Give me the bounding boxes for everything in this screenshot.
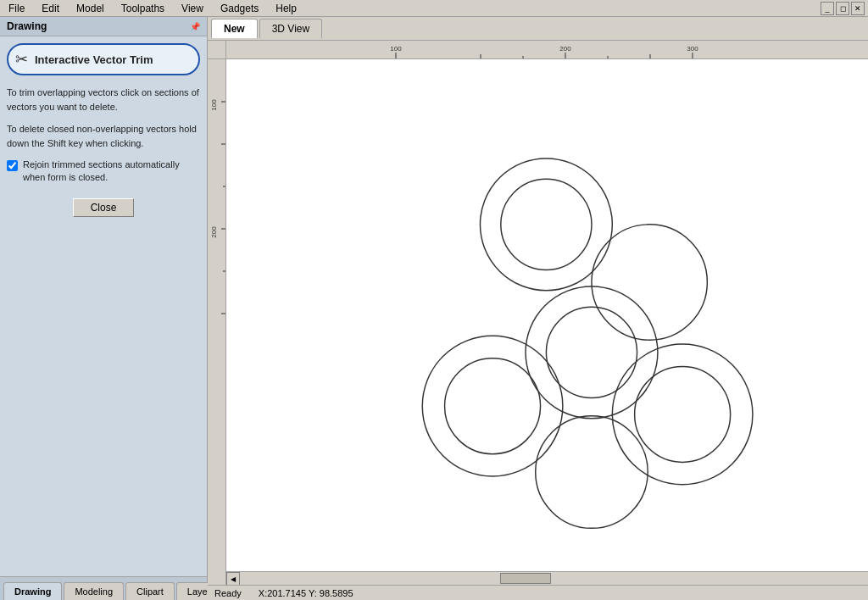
panel-content: ✂ Interactive Vector Trim To trim overla…	[0, 36, 207, 576]
window-controls: _ ◻ ✕	[821, 2, 865, 15]
panel-title: Drawing	[7, 20, 47, 32]
svg-point-21	[526, 286, 658, 419]
checkbox-label: Rejoin trimmed sections automatically wh…	[23, 158, 200, 185]
left-panel: Drawing 📌 ✂ Interactive Vector Trim To t…	[0, 17, 208, 600]
h-ruler-svg: 200 100 300	[226, 41, 868, 59]
svg-point-19	[501, 179, 592, 269]
svg-point-27	[536, 416, 648, 528]
menu-gadgets[interactable]: Gadgets	[215, 2, 264, 15]
h-ruler: 200 100 300	[226, 41, 868, 59]
h-scrollbar-row: ◀ ▶	[226, 571, 868, 585]
checkbox-row: Rejoin trimmed sections automatically wh…	[7, 158, 200, 185]
svg-point-24	[445, 358, 541, 454]
svg-text:200: 200	[559, 45, 571, 53]
tab-clipart[interactable]: Clipart	[125, 582, 175, 600]
restore-button[interactable]: ◻	[836, 2, 849, 15]
scroll-left-button[interactable]: ◀	[226, 572, 240, 585]
menu-view[interactable]: View	[176, 2, 209, 15]
description-text-2: To delete closed non-overlapping vectors…	[7, 122, 200, 150]
svg-text:200: 200	[210, 226, 218, 238]
tab-modeling[interactable]: Modeling	[64, 582, 124, 600]
menu-bar: File Edit Model Toolpaths View Gadgets H…	[0, 0, 868, 17]
status-text: Ready	[214, 588, 242, 598]
panel-header: Drawing 📌	[0, 17, 207, 36]
status-bar: Ready X:201.7145 Y: 98.5895	[208, 585, 868, 600]
coordinates-text: X:201.7145 Y: 98.5895	[259, 588, 353, 598]
close-window-button[interactable]: ✕	[851, 2, 865, 15]
svg-point-26	[635, 366, 731, 462]
scissors-icon: ✂	[15, 50, 28, 69]
svg-point-20	[592, 225, 707, 340]
tab-new[interactable]: New	[211, 19, 258, 38]
canvas-viewport[interactable]	[226, 59, 868, 571]
tool-title: Interactive Vector Trim	[35, 53, 153, 66]
bottom-tabs: Drawing Modeling Clipart Layers	[0, 576, 207, 600]
ruler-corner	[208, 41, 226, 59]
svg-point-25	[612, 344, 753, 485]
svg-text:100: 100	[390, 45, 402, 53]
minimize-button[interactable]: _	[821, 2, 834, 15]
menu-toolpaths[interactable]: Toolpaths	[116, 2, 170, 15]
svg-text:100: 100	[210, 99, 218, 111]
tool-header: ✂ Interactive Vector Trim	[7, 43, 200, 75]
description-text-1: To trim overlapping vectors click on sec…	[7, 86, 200, 114]
menu-edit[interactable]: Edit	[36, 2, 64, 15]
rejoin-checkbox[interactable]	[7, 160, 18, 171]
tab-3d-view[interactable]: 3D View	[259, 19, 322, 38]
main-layout: Drawing 📌 ✂ Interactive Vector Trim To t…	[0, 17, 868, 600]
v-ruler-svg: 100 200	[208, 59, 226, 568]
pin-icon[interactable]: 📌	[190, 22, 200, 31]
menu-help[interactable]: Help	[270, 2, 302, 15]
right-area: New 3D View 100 200	[208, 17, 868, 600]
menu-model[interactable]: Model	[71, 2, 109, 15]
tab-drawing[interactable]: Drawing	[3, 582, 62, 600]
canvas-container: 100 200 200	[208, 41, 868, 585]
h-scroll-thumb[interactable]	[500, 573, 551, 584]
view-tabs: New 3D View	[208, 17, 868, 41]
h-scroll-track[interactable]	[240, 572, 868, 585]
menu-file[interactable]: File	[3, 2, 30, 15]
rulers-and-canvas: 200 100 300	[226, 41, 868, 585]
circles-svg	[226, 59, 868, 571]
canvas-row: ▲ ▼	[226, 59, 868, 571]
close-button[interactable]: Close	[73, 198, 135, 217]
svg-point-23	[422, 336, 563, 476]
v-ruler: 100 200	[208, 59, 226, 585]
svg-text:300: 300	[687, 45, 698, 53]
